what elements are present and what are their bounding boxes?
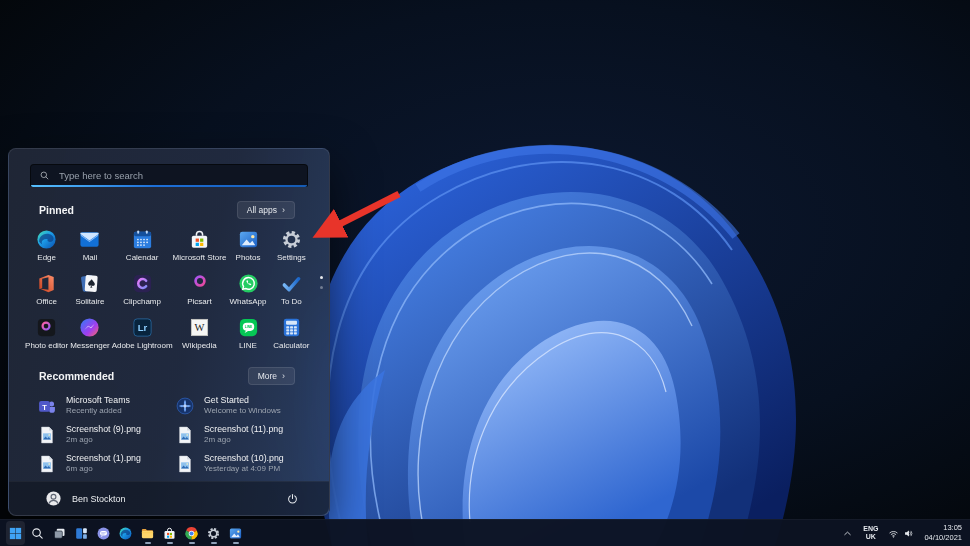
taskbar-widgets-button[interactable] xyxy=(72,521,91,545)
pinned-app-photo-editor[interactable]: Photo editor xyxy=(25,315,68,357)
system-tray: ENG UK 13:05 04/10/2021 xyxy=(840,520,964,546)
pinned-app-microsoft-store[interactable]: Microsoft Store xyxy=(173,227,227,269)
svg-text:T: T xyxy=(42,402,47,411)
photos-icon xyxy=(237,227,260,251)
taskbar-settings-button[interactable] xyxy=(204,521,223,545)
recommended-item-text: Microsoft TeamsRecently added xyxy=(66,395,130,416)
calculator-icon xyxy=(280,315,303,339)
user-profile-button[interactable]: Ben Stockton xyxy=(39,487,132,510)
recommended-item-title: Get Started xyxy=(204,395,281,406)
network-volume-button[interactable] xyxy=(886,526,916,541)
chevron-up-icon xyxy=(842,528,853,539)
recommended-item-title: Screenshot (11).png xyxy=(204,424,283,435)
pinned-app-label: Photo editor xyxy=(25,341,68,350)
pinned-app-office[interactable]: Office xyxy=(25,271,68,313)
messenger-icon xyxy=(78,315,101,339)
svg-text:Lr: Lr xyxy=(137,322,147,333)
pinned-app-line[interactable]: LINELINE xyxy=(226,315,269,357)
recommended-item-microsoft-teams[interactable]: TMicrosoft TeamsRecently added xyxy=(37,394,175,417)
pinned-app-mail[interactable]: Mail xyxy=(68,227,111,269)
recommended-title: Recommended xyxy=(39,370,114,382)
taskbar-file-explorer-button[interactable] xyxy=(138,521,157,545)
recommended-item-subtitle: Yesterday at 4:09 PM xyxy=(204,464,284,474)
taskbar-chat-button[interactable] xyxy=(94,521,113,545)
pinned-app-label: LINE xyxy=(239,341,257,350)
pinned-app-label: Calculator xyxy=(273,341,309,350)
pinned-app-wikipedia[interactable]: WWikipedia xyxy=(173,315,227,357)
running-indicator xyxy=(167,542,173,544)
page-dot-active xyxy=(320,276,323,279)
pinned-page-indicator[interactable] xyxy=(320,276,323,289)
recommended-item-get-started[interactable]: Get StartedWelcome to Windows xyxy=(175,394,313,417)
pinned-app-solitaire[interactable]: Solitaire xyxy=(68,271,111,313)
recommended-item-screenshot-10-png[interactable]: Screenshot (10).pngYesterday at 4:09 PM xyxy=(175,452,313,475)
recommended-item-text: Screenshot (10).pngYesterday at 4:09 PM xyxy=(204,453,284,474)
pinned-app-label: Office xyxy=(36,297,57,306)
taskbar-task-view-button[interactable] xyxy=(50,521,69,545)
recommended-item-title: Microsoft Teams xyxy=(66,395,130,406)
teams-icon: T xyxy=(37,396,57,416)
line-icon: LINE xyxy=(237,315,260,339)
todo-icon xyxy=(280,271,303,295)
search-icon xyxy=(39,170,50,181)
all-apps-button[interactable]: All apps › xyxy=(237,201,295,219)
pinned-app-edge[interactable]: Edge xyxy=(25,227,68,269)
pinned-app-label: Photos xyxy=(236,253,261,262)
tray-time: 13:05 xyxy=(943,523,962,533)
search-input[interactable] xyxy=(57,169,299,182)
pinned-app-picsart[interactable]: Picsart xyxy=(173,271,227,313)
pinned-app-calendar[interactable]: Calendar xyxy=(112,227,173,269)
taskbar-chrome-button[interactable] xyxy=(182,521,201,545)
recommended-item-text: Get StartedWelcome to Windows xyxy=(204,395,281,416)
svg-text:LINE: LINE xyxy=(244,325,252,329)
search-box[interactable] xyxy=(30,164,308,187)
taskbar-start-button[interactable] xyxy=(6,521,25,545)
image-file-icon xyxy=(37,425,57,445)
running-indicator xyxy=(189,542,195,544)
pinned-app-label: Mail xyxy=(83,253,98,262)
language-button[interactable]: ENG UK xyxy=(861,523,880,543)
search-icon xyxy=(30,526,45,541)
wifi-icon xyxy=(888,528,899,539)
recommended-item-screenshot-9-png[interactable]: Screenshot (9).png2m ago xyxy=(37,423,175,446)
recommended-item-title: Screenshot (10).png xyxy=(204,453,284,464)
lightroom-icon: Lr xyxy=(131,315,154,339)
recommended-item-screenshot-11-png[interactable]: Screenshot (11).png2m ago xyxy=(175,423,313,446)
taskbar-microsoft-store-button[interactable] xyxy=(160,521,179,545)
pinned-app-label: Messenger xyxy=(70,341,110,350)
running-indicator xyxy=(233,542,239,544)
microsoft-store-icon xyxy=(162,526,177,541)
settings-icon xyxy=(280,227,303,251)
language-line2: UK xyxy=(866,533,876,541)
pinned-app-clipchamp[interactable]: Clipchamp xyxy=(112,271,173,313)
pinned-app-label: To Do xyxy=(281,297,302,306)
tray-chevron-button[interactable] xyxy=(840,526,855,541)
pinned-app-settings[interactable]: Settings xyxy=(270,227,313,269)
pinned-app-adobe-lightroom[interactable]: LrAdobe Lightroom xyxy=(112,315,173,357)
taskbar-photos-button[interactable] xyxy=(226,521,245,545)
pinned-app-photos[interactable]: Photos xyxy=(226,227,269,269)
volume-icon xyxy=(903,528,914,539)
running-indicator xyxy=(211,542,217,544)
taskbar-edge-button[interactable] xyxy=(116,521,135,545)
chat-icon xyxy=(96,526,111,541)
pinned-app-to-do[interactable]: To Do xyxy=(270,271,313,313)
more-button[interactable]: More › xyxy=(248,367,295,385)
recommended-grid: TMicrosoft TeamsRecently addedGet Starte… xyxy=(37,394,313,475)
pinned-app-messenger[interactable]: Messenger xyxy=(68,315,111,357)
wikipedia-icon: W xyxy=(188,315,211,339)
power-button[interactable] xyxy=(282,488,303,509)
clipchamp-icon xyxy=(131,271,154,295)
task-view-icon xyxy=(52,526,67,541)
running-indicator xyxy=(145,542,151,544)
recommended-item-screenshot-1-png[interactable]: Screenshot (1).png6m ago xyxy=(37,452,175,475)
pinned-app-calculator[interactable]: Calculator xyxy=(270,315,313,357)
pinned-app-label: Edge xyxy=(37,253,56,262)
pinned-app-label: Adobe Lightroom xyxy=(112,341,173,350)
recommended-item-text: Screenshot (9).png2m ago xyxy=(66,424,141,445)
chevron-right-icon: › xyxy=(282,206,285,215)
taskbar-search-button[interactable] xyxy=(28,521,47,545)
pinned-app-whatsapp[interactable]: WhatsApp xyxy=(226,271,269,313)
recommended-item-subtitle: 2m ago xyxy=(204,435,283,445)
clock-button[interactable]: 13:05 04/10/2021 xyxy=(922,521,964,545)
